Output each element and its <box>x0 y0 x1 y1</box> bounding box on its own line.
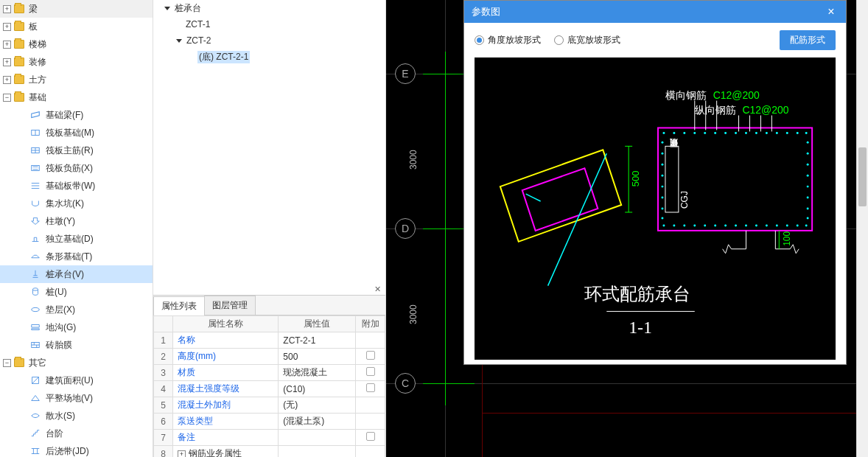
sub-item-brick-mold[interactable]: 砖胎膜 <box>0 336 153 354</box>
svg-point-46 <box>797 224 799 226</box>
close-icon[interactable]: ✕ <box>372 284 382 294</box>
sub-item-strip-found[interactable]: 条形基础(T) <box>0 248 153 265</box>
tree-cat-earth[interactable]: + 土方 <box>0 71 153 88</box>
svg-point-60 <box>807 186 809 188</box>
expand-icon[interactable]: + <box>3 76 11 84</box>
svg-rect-75 <box>665 146 679 212</box>
member-tree-zct1[interactable]: ZCT-1 <box>153 16 385 32</box>
folder-icon <box>14 22 24 31</box>
tree-label: 基础 <box>29 91 46 104</box>
checkbox[interactable] <box>366 432 375 441</box>
member-tree-root[interactable]: 桩承台 <box>153 0 385 16</box>
svg-point-18 <box>662 132 665 134</box>
strip-icon <box>29 180 41 192</box>
sub-item-pedestal[interactable]: 柱墩(Y) <box>0 212 153 230</box>
table-row[interactable]: 3材质现浇混凝土 <box>154 365 385 381</box>
svg-point-26 <box>745 132 747 134</box>
svg-rect-5 <box>32 166 40 171</box>
collapse-icon[interactable]: − <box>3 94 11 102</box>
svg-point-42 <box>755 224 757 226</box>
svg-text:C12@200: C12@200 <box>713 89 760 101</box>
col-extra: 附加 <box>356 316 385 332</box>
svg-point-7 <box>32 307 40 311</box>
isolated-icon <box>29 233 41 245</box>
table-row[interactable]: 1名称ZCT-2-1 <box>154 332 385 349</box>
sub-label: 建筑面积(U) <box>46 374 94 387</box>
tab-properties[interactable]: 属性列表 <box>153 296 205 315</box>
tree-cat-foundation[interactable]: − 基础 <box>0 88 153 106</box>
collapse-icon[interactable]: − <box>3 359 11 367</box>
member-tree-zct2[interactable]: ZCT-2 <box>153 32 385 49</box>
sub-item-pile[interactable]: 桩(U) <box>0 283 153 301</box>
svg-text:1-1: 1-1 <box>629 318 652 337</box>
checkbox[interactable] <box>366 351 375 360</box>
sub-item-raft[interactable]: 筏板基础(M) <box>0 124 153 142</box>
col-value: 属性值 <box>279 316 356 332</box>
table-row[interactable]: 5混凝土外加剂(无) <box>154 397 385 414</box>
sub-item-area[interactable]: 建筑面积(U) <box>0 371 153 389</box>
dialog-canvas: 500 横向钢筋 C12@200 纵向钢筋 C12@200 <box>475 57 836 360</box>
svg-marker-10 <box>500 150 621 241</box>
pedestal-icon <box>29 215 41 227</box>
table-row[interactable]: 7备注 <box>154 430 385 446</box>
sub-label: 桩(U) <box>46 286 67 299</box>
expand-icon[interactable]: + <box>178 450 186 457</box>
svg-point-48 <box>661 142 663 144</box>
svg-point-21 <box>693 132 696 134</box>
axis-bubble-e: E <box>395 63 416 84</box>
svg-text:横向钢筋: 横向钢筋 <box>665 89 707 101</box>
sub-item-raft-main[interactable]: 筏板主筋(R) <box>0 142 153 159</box>
sub-item-level[interactable]: 平整场地(V) <box>0 389 153 407</box>
dialog-titlebar[interactable]: 参数图 × <box>464 1 846 23</box>
sub-item-trench[interactable]: 地沟(G) <box>0 318 153 336</box>
sub-item-raft-neg[interactable]: 筏板负筋(X) <box>0 159 153 177</box>
vertical-scrollbar[interactable] <box>856 0 868 457</box>
svg-point-22 <box>704 132 706 134</box>
radio-angle-slope[interactable]: 角度放坡形式 <box>475 34 541 46</box>
rebar-style-button[interactable]: 配筋形式 <box>780 30 836 50</box>
svg-point-39 <box>724 224 727 226</box>
table-row[interactable]: 8+钢筋业务属性 <box>154 446 385 458</box>
member-tree-leaf[interactable]: (底) ZCT-2-1 <box>153 49 385 65</box>
sub-item-bedding[interactable]: 垫层(X) <box>0 301 153 318</box>
expand-icon[interactable]: + <box>3 58 11 66</box>
checkbox[interactable] <box>366 383 375 392</box>
table-row[interactable]: 2高度(mm)500 <box>154 349 385 365</box>
expand-icon[interactable]: + <box>3 5 11 13</box>
sub-label: 筏板负筋(X) <box>46 162 93 175</box>
sub-item-sump[interactable]: 集水坑(K) <box>0 195 153 212</box>
checkbox[interactable] <box>366 367 375 376</box>
close-icon[interactable]: × <box>824 5 839 18</box>
dialog-title: 参数图 <box>472 5 500 18</box>
chevron-down-icon[interactable] <box>175 37 183 45</box>
tree-cat-other[interactable]: − 其它 <box>0 354 153 371</box>
tree-cat-stair[interactable]: + 楼梯 <box>0 35 153 53</box>
sub-item-postcast[interactable]: 后浇带(JD) <box>0 442 153 457</box>
sub-item-apron[interactable]: 散水(S) <box>0 407 153 425</box>
pilecap-icon <box>29 268 41 280</box>
radio-width-slope[interactable]: 底宽放坡形式 <box>554 34 620 46</box>
table-row[interactable]: 6泵送类型(混凝土泵) <box>154 414 385 430</box>
tree-cat-slab[interactable]: + 板 <box>0 18 153 35</box>
svg-point-19 <box>673 132 675 134</box>
tree-cat-beam[interactable]: + 梁 <box>0 0 153 18</box>
sub-item-foundation-beam[interactable]: 基础梁(F) <box>0 106 153 124</box>
expand-icon[interactable]: + <box>3 23 11 31</box>
sub-item-isolated[interactable]: 独立基础(D) <box>0 230 153 248</box>
svg-point-47 <box>805 224 808 226</box>
chevron-down-icon[interactable] <box>164 4 172 13</box>
folder-icon <box>14 40 24 49</box>
sub-label: 平整场地(V) <box>46 392 93 405</box>
svg-point-30 <box>786 132 788 134</box>
tree-label: 楼梯 <box>29 38 46 51</box>
expand-icon[interactable]: + <box>3 41 11 49</box>
sub-item-slab-strip[interactable]: 基础板带(W) <box>0 177 153 195</box>
tree-cat-finish[interactable]: + 装修 <box>0 53 153 71</box>
sub-label: 筏板基础(M) <box>46 127 94 139</box>
svg-line-12 <box>548 153 607 285</box>
table-row[interactable]: 4混凝土强度等级(C10) <box>154 381 385 397</box>
svg-point-27 <box>755 132 757 134</box>
tab-layers[interactable]: 图层管理 <box>204 296 256 315</box>
sub-item-pile-cap[interactable]: 桩承台(V) <box>0 265 153 283</box>
sub-item-step[interactable]: 台阶 <box>0 425 153 442</box>
